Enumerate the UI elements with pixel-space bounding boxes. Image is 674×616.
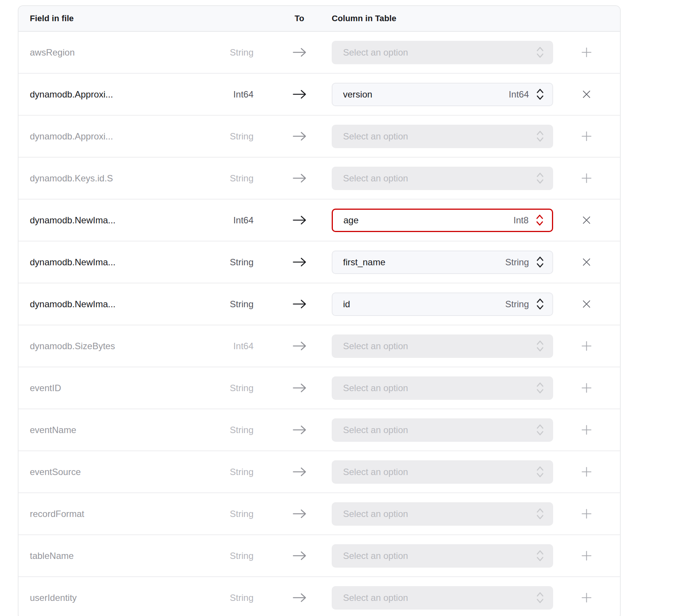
table-row: eventSource String Select an option <box>19 450 620 492</box>
column-select[interactable]: Select an option <box>332 41 553 64</box>
field-type: String <box>230 593 254 603</box>
plus-icon <box>581 424 592 435</box>
plus-icon <box>581 466 592 477</box>
add-mapping-button[interactable] <box>577 337 596 355</box>
column-select[interactable]: Select an option <box>332 586 553 610</box>
field-name: userIdentity <box>30 593 77 603</box>
field-name: dynamodb.Keys.id.S <box>30 173 113 183</box>
column-select-value: Select an option <box>343 131 529 142</box>
field-type: String <box>230 299 254 309</box>
chevron-up-down-icon <box>536 340 544 352</box>
column-select[interactable]: Select an option <box>332 418 553 442</box>
arrow-right-icon <box>292 467 307 477</box>
column-select[interactable]: Select an option <box>332 460 553 484</box>
table-row: dynamodb.Approxi... Int64 version Int64 <box>19 73 620 115</box>
field-type: String <box>230 47 254 57</box>
table-row: eventID String Select an option <box>19 367 620 409</box>
chevron-up-down-icon <box>536 298 544 310</box>
column-select-value: age <box>343 215 513 226</box>
plus-icon <box>581 341 592 351</box>
field-type: Int64 <box>233 341 254 351</box>
add-mapping-button[interactable] <box>577 588 596 607</box>
column-select-value: Select an option <box>343 425 529 435</box>
table-row: dynamodb.Keys.id.S String Select an opti… <box>19 157 620 199</box>
table-row: userIdentity String Select an option <box>19 576 620 616</box>
field-mapping-table: Field in file To Column in Table awsRegi… <box>18 5 621 616</box>
chevron-up-down-icon <box>536 424 544 436</box>
table-row: eventName String Select an option <box>19 409 620 450</box>
field-name: dynamodb.NewIma... <box>30 215 116 225</box>
field-type: Int64 <box>233 215 254 225</box>
chevron-up-down-icon <box>536 172 544 184</box>
plus-icon <box>581 592 592 603</box>
field-name: awsRegion <box>30 47 75 57</box>
column-select[interactable]: version Int64 <box>332 83 553 106</box>
chevron-up-down-icon <box>536 130 544 142</box>
add-mapping-button[interactable] <box>577 505 596 523</box>
remove-mapping-button[interactable] <box>578 254 595 271</box>
column-type-label: Int8 <box>513 215 529 226</box>
column-select[interactable]: age Int8 <box>332 209 553 232</box>
arrow-right-icon <box>292 341 307 351</box>
header-column-in-table: Column in Table <box>332 14 553 23</box>
column-select[interactable]: Select an option <box>332 167 553 190</box>
field-name: eventSource <box>30 467 81 477</box>
chevron-up-down-icon <box>536 88 544 101</box>
column-select-value: Select an option <box>343 593 529 603</box>
header-to: To <box>295 14 304 23</box>
field-type: String <box>230 173 254 183</box>
remove-mapping-button[interactable] <box>578 86 595 103</box>
arrow-right-icon <box>292 551 307 561</box>
chevron-up-down-icon <box>536 591 544 604</box>
column-select[interactable]: Select an option <box>332 544 553 568</box>
table-body: awsRegion String Select an option <box>19 32 620 616</box>
arrow-right-icon <box>292 509 307 519</box>
column-select[interactable]: Select an option <box>332 502 553 526</box>
arrow-right-icon <box>292 425 307 435</box>
column-select[interactable]: Select an option <box>332 334 553 358</box>
add-mapping-button[interactable] <box>577 43 596 62</box>
field-type: String <box>230 383 254 393</box>
column-select[interactable]: Select an option <box>332 376 553 400</box>
add-mapping-button[interactable] <box>577 463 596 481</box>
chevron-up-down-icon <box>536 214 544 226</box>
table-row: dynamodb.SizeBytes Int64 Select an optio… <box>19 325 620 367</box>
field-type: String <box>230 551 254 561</box>
field-name: recordFormat <box>30 509 84 519</box>
plus-icon <box>581 508 592 519</box>
column-select-value: Select an option <box>343 47 529 58</box>
add-mapping-button[interactable] <box>577 127 596 145</box>
field-type: String <box>230 467 254 477</box>
field-name: dynamodb.Approxi... <box>30 89 113 99</box>
plus-icon <box>581 550 592 561</box>
arrow-right-icon <box>292 89 307 99</box>
column-select[interactable]: id String <box>332 293 553 316</box>
table-row: dynamodb.NewIma... Int64 age Int8 <box>19 199 620 241</box>
add-mapping-button[interactable] <box>577 421 596 439</box>
column-select-value: first_name <box>343 257 505 268</box>
close-icon <box>582 299 591 309</box>
arrow-right-icon <box>292 257 307 267</box>
field-name: dynamodb.SizeBytes <box>30 341 115 351</box>
chevron-up-down-icon <box>536 549 544 562</box>
chevron-up-down-icon <box>536 466 544 478</box>
arrow-right-icon <box>292 299 307 309</box>
add-mapping-button[interactable] <box>577 379 596 397</box>
column-select-value: Select an option <box>343 383 529 393</box>
table-row: tableName String Select an option <box>19 534 620 576</box>
column-select-value: Select an option <box>343 341 529 351</box>
remove-mapping-button[interactable] <box>578 212 595 229</box>
field-name: eventName <box>30 425 76 435</box>
column-select[interactable]: first_name String <box>332 251 553 274</box>
chevron-up-down-icon <box>536 46 544 59</box>
table-row: awsRegion String Select an option <box>19 32 620 73</box>
column-select-value: Select an option <box>343 173 529 184</box>
add-mapping-button[interactable] <box>577 546 596 565</box>
table-row: dynamodb.NewIma... String id String <box>19 283 620 325</box>
plus-icon <box>581 382 592 393</box>
add-mapping-button[interactable] <box>577 169 596 187</box>
column-select[interactable]: Select an option <box>332 125 553 148</box>
remove-mapping-button[interactable] <box>578 296 595 313</box>
column-select-value: Select an option <box>343 551 529 561</box>
chevron-up-down-icon <box>536 382 544 394</box>
